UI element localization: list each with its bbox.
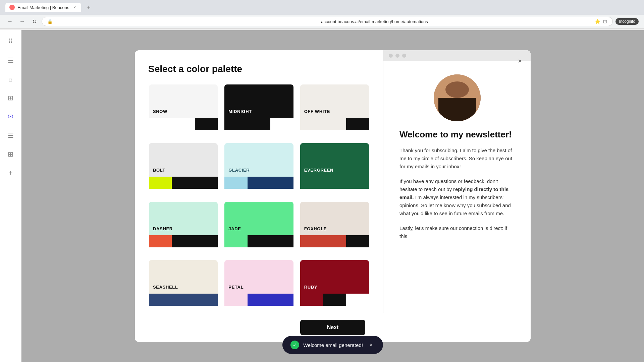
modal-title: Select a color palette <box>148 64 370 74</box>
forward-button[interactable]: → <box>17 17 27 26</box>
sidebar-icon-grid[interactable]: ⊞ <box>5 92 17 104</box>
tab-title: Email Marketing | Beacons <box>17 5 69 10</box>
preview-paragraph-2: If you have any questions or feedback, d… <box>399 177 515 218</box>
modal-body: Select a color palette SNOW MIDNIGHT OFF… <box>135 50 531 313</box>
swatch-4-1 <box>248 177 270 189</box>
refresh-button[interactable]: ↻ <box>30 17 39 26</box>
swatch-2-2 <box>346 118 369 130</box>
palette-card-seashell[interactable]: SEASHELL <box>148 259 218 311</box>
palette-label-4: GLACIER <box>228 168 250 173</box>
palette-swatches-11 <box>300 294 369 306</box>
address-bar[interactable]: 🔒 account.beacons.ai/email-marketing/hom… <box>42 17 613 26</box>
url-text: account.beacons.ai/email-marketing/home/… <box>321 19 592 24</box>
palette-swatches-9 <box>149 294 218 306</box>
tab-favicon <box>9 5 15 10</box>
sidebar-icon-apps[interactable]: ⊞ <box>5 148 17 160</box>
tab-close-button[interactable]: × <box>72 5 77 10</box>
preview-content: Welcome to my newsletter! Thank you for … <box>383 61 531 313</box>
swatch-5-2 <box>346 177 369 189</box>
palette-card-glacier[interactable]: GLACIER <box>224 142 294 194</box>
palette-card-snow[interactable]: SNOW <box>148 84 218 136</box>
palette-card-off-white[interactable]: OFF WHITE <box>300 84 370 136</box>
swatch-10-1 <box>248 294 270 306</box>
new-tab-button[interactable]: + <box>84 3 93 12</box>
preview-browser-bar <box>383 50 531 61</box>
palette-label-6: DASHER <box>153 226 173 231</box>
palette-card-midnight[interactable]: MIDNIGHT <box>224 84 294 136</box>
modal-close-button[interactable]: × <box>515 56 525 66</box>
swatch-5-1 <box>323 177 346 189</box>
swatch-2-1 <box>323 118 346 130</box>
palette-card-foxhole[interactable]: FOXHOLE <box>300 201 370 253</box>
sidebar-icon-home[interactable]: ⌂ <box>5 73 17 85</box>
swatch-3-1 <box>172 177 195 189</box>
palette-swatches-1 <box>224 118 293 130</box>
palette-grid: SNOW MIDNIGHT OFF WHITE BOLT GLACIER <box>148 84 370 313</box>
swatch-6-1 <box>172 235 195 247</box>
toast-message: Welcome email generated! <box>303 342 363 348</box>
preview-paragraph-3: Lastly, let's make sure our connection i… <box>399 224 515 240</box>
swatch-6-2 <box>195 235 218 247</box>
left-panel: Select a color palette SNOW MIDNIGHT OFF… <box>135 50 383 313</box>
toast-close-button[interactable]: × <box>367 341 375 349</box>
swatch-9-2 <box>195 294 218 306</box>
app-background: ⠿ ☰ ⌂ ⊞ ✉ ☰ ⊞ + × Select a color palette <box>0 30 644 362</box>
back-button[interactable]: ← <box>5 17 15 26</box>
swatch-0-1 <box>172 118 195 130</box>
main-area: × Select a color palette SNOW MIDNIGHT <box>21 30 644 362</box>
swatch-3-0 <box>149 177 172 189</box>
palette-label-10: PETAL <box>228 285 244 290</box>
preview-paragraph-1: Thank you for subscribing. I aim to give… <box>399 146 515 171</box>
swatch-6-0 <box>149 235 172 247</box>
palette-label-9: SEASHELL <box>153 285 178 290</box>
swatch-0-2 <box>195 118 218 130</box>
swatch-7-0 <box>224 235 247 247</box>
sidebar-icon-mail[interactable]: ✉ <box>5 111 17 123</box>
swatch-4-0 <box>224 177 247 189</box>
palette-card-evergreen[interactable]: EVERGREEN <box>300 142 370 194</box>
palette-label-0: SNOW <box>153 109 167 114</box>
swatch-8-2 <box>346 235 369 247</box>
swatch-8-0 <box>300 235 323 247</box>
palette-label-3: BOLT <box>153 168 165 173</box>
palette-swatches-8 <box>300 235 369 247</box>
swatch-8-1 <box>323 235 346 247</box>
avatar-image <box>434 74 481 121</box>
palette-swatches-3 <box>149 177 218 189</box>
swatch-1-0 <box>224 118 247 130</box>
sidebar-icon-logo[interactable]: ⠿ <box>5 36 17 48</box>
browser-tab[interactable]: Email Marketing | Beacons × <box>5 3 81 12</box>
avatar <box>434 74 481 121</box>
incognito-badge: Incognito <box>615 18 639 25</box>
preview-welcome-title: Welcome to my newsletter! <box>399 129 515 140</box>
palette-swatches-7 <box>224 235 293 247</box>
sidebar-icon-add[interactable]: + <box>5 167 17 179</box>
preview-dot-3 <box>402 54 406 58</box>
swatch-5-0 <box>300 177 323 189</box>
palette-swatches-0 <box>149 118 218 130</box>
palette-card-ruby[interactable]: RUBY <box>300 259 370 311</box>
preview-dot-2 <box>395 54 399 58</box>
palette-label-5: EVERGREEN <box>304 168 333 173</box>
swatch-4-2 <box>270 177 293 189</box>
browser-extras: Incognito <box>615 18 639 25</box>
palette-card-bolt[interactable]: BOLT <box>148 142 218 194</box>
swatch-11-1 <box>323 294 346 306</box>
palette-swatches-10 <box>224 294 293 306</box>
palette-swatches-6 <box>149 235 218 247</box>
swatch-7-1 <box>248 235 270 247</box>
palette-swatches-5 <box>300 177 369 189</box>
address-icons: ⭐ ⊡ <box>595 19 607 24</box>
sidebar-icon-list[interactable]: ☰ <box>5 129 17 141</box>
swatch-9-1 <box>172 294 195 306</box>
sidebar-icon-menu[interactable]: ☰ <box>5 54 17 66</box>
swatch-11-2 <box>346 294 369 306</box>
palette-card-petal[interactable]: PETAL <box>224 259 294 311</box>
palette-card-jade[interactable]: JADE <box>224 201 294 253</box>
swatch-3-2 <box>195 177 218 189</box>
next-button[interactable]: Next <box>300 320 366 335</box>
toast-success-icon: ✓ <box>290 341 299 349</box>
color-palette-modal: × Select a color palette SNOW MIDNIGHT <box>135 50 531 342</box>
swatch-0-0 <box>149 118 172 130</box>
palette-card-dasher[interactable]: DASHER <box>148 201 218 253</box>
